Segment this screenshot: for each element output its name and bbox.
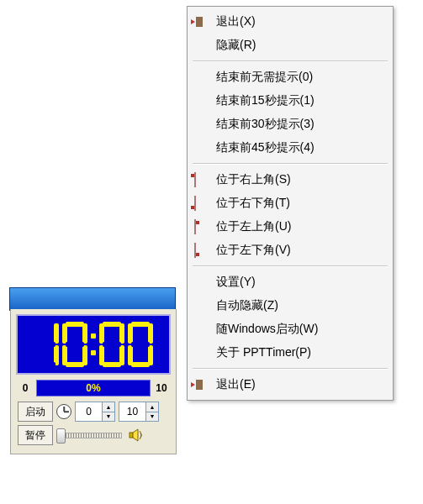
second-stepper[interactable]: 10 ▲▼ [119,402,159,422]
menu-item-label: 位于左下角(V) [216,243,291,258]
clock-icon [56,404,71,419]
menu-separator [193,60,388,62]
volume-slider[interactable] [56,428,125,442]
menu-autohide[interactable]: 自动隐藏(Z) [189,294,391,318]
position-tl-icon [194,220,208,234]
menu-hide[interactable]: 隐藏(R) [189,34,391,57]
minute-stepper[interactable]: 0 ▲▼ [75,402,115,422]
menu-remind-0[interactable]: 结束前无需提示(0) [189,66,391,89]
progress-bar: 0% [36,380,151,396]
svg-rect-0 [130,433,133,438]
second-down-icon[interactable]: ▼ [146,412,158,422]
menu-about[interactable]: 关于 PPTTimer(P) [189,341,391,365]
menu-item-label: 隐藏(R) [216,38,256,53]
menu-exit-e[interactable]: 退出(E) [189,373,391,396]
digit-1 [62,322,87,367]
menu-remind-15[interactable]: 结束前15秒提示(1) [189,89,391,113]
progress-max: 10 [154,382,169,394]
minute-value: 0 [76,402,102,421]
exit-icon [194,378,208,391]
minute-up-icon[interactable]: ▲ [103,402,114,412]
progress-text: 0% [86,382,101,394]
menu-startup[interactable]: 随Windows启动(W) [189,318,391,341]
menu-item-label: 关于 PPTTimer(P) [216,345,311,360]
timer-window: 0 0% 10 启动 0 ▲▼ 10 ▲▼ 暂停 [10,309,177,454]
menu-pos-tr[interactable]: 位于右上角(S) [189,168,391,192]
menu-item-label: 结束前无需提示(0) [216,70,313,85]
progress-min: 0 [18,382,33,394]
exit-icon [194,15,208,29]
menu-item-label: 自动隐藏(Z) [216,298,278,313]
position-tr-icon [194,173,208,186]
position-br-icon [194,197,208,210]
menu-item-label: 结束前30秒提示(3) [216,117,315,132]
menu-item-label: 位于右上角(S) [216,172,291,187]
progress-row: 0 0% 10 [18,380,169,396]
menu-remind-45[interactable]: 结束前45秒提示(4) [189,136,391,160]
menu-item-label: 结束前45秒提示(4) [216,140,315,155]
context-menu: 退出(X)隐藏(R)结束前无需提示(0)结束前15秒提示(1)结束前30秒提示(… [187,6,394,401]
minute-down-icon[interactable]: ▼ [103,412,114,422]
sound-icon[interactable] [129,428,145,443]
menu-pos-bl[interactable]: 位于左下角(V) [189,239,391,262]
menu-item-label: 设置(Y) [216,275,256,290]
menu-item-label: 随Windows启动(W) [216,322,318,337]
pause-button[interactable]: 暂停 [18,425,53,445]
menu-settings[interactable]: 设置(Y) [189,270,391,294]
timer-display [16,314,171,375]
digit-0 [34,322,59,367]
second-up-icon[interactable]: ▲ [146,402,158,412]
second-value: 10 [119,402,145,421]
colon-icon [89,322,98,367]
menu-item-label: 位于左上角(U) [216,219,291,234]
digit-3 [128,322,153,367]
timer-titlebar[interactable] [9,287,176,311]
svg-marker-1 [133,429,138,441]
menu-exit-x[interactable]: 退出(X) [189,10,391,34]
menu-pos-br[interactable]: 位于右下角(T) [189,192,391,215]
menu-item-label: 退出(E) [216,377,256,392]
menu-item-label: 退出(X) [216,14,256,29]
menu-separator [193,163,388,165]
menu-item-label: 结束前15秒提示(1) [216,93,315,108]
menu-separator [193,265,388,267]
digit-2 [99,322,124,367]
menu-pos-tl[interactable]: 位于左上角(U) [189,215,391,239]
menu-item-label: 位于右下角(T) [216,196,290,211]
start-button[interactable]: 启动 [18,402,53,422]
menu-separator [193,368,388,370]
menu-remind-30[interactable]: 结束前30秒提示(3) [189,113,391,136]
position-bl-icon [194,244,208,257]
